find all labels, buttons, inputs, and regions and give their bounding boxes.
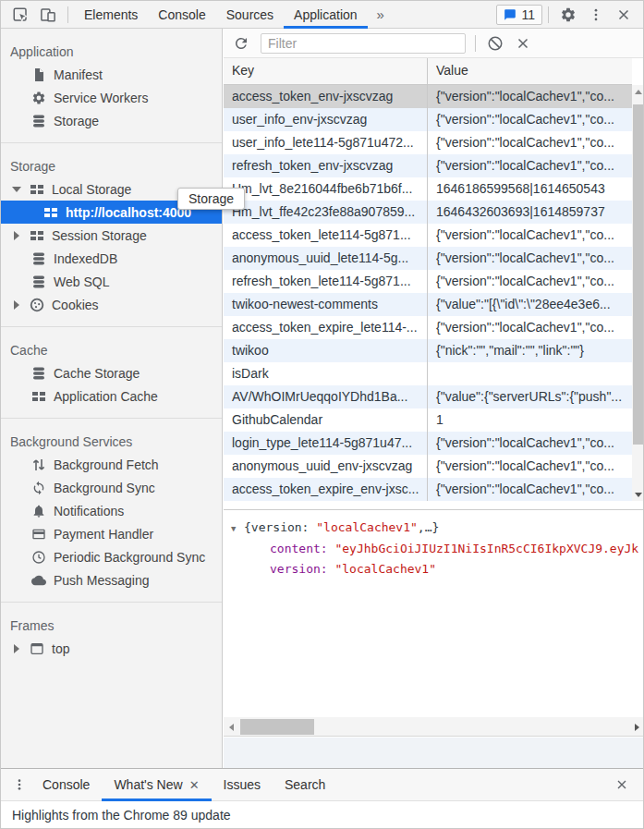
section-frames: Frames top <box>1 603 222 660</box>
tab-sources[interactable]: Sources <box>216 1 284 29</box>
sidebar-item-manifest[interactable]: Manifest <box>1 63 222 86</box>
inspect-element-button[interactable] <box>6 1 34 28</box>
clear-all-button[interactable] <box>481 30 509 56</box>
delete-selected-button[interactable] <box>509 30 537 56</box>
preview-object-summary[interactable]: ▼{version: "localCachev1",…} <box>231 518 644 539</box>
sidebar-item-push-messaging[interactable]: Push Messaging <box>1 568 222 591</box>
preview-summary-suffix: ,…} <box>418 520 439 534</box>
sidebar-item-label: Local Storage <box>52 182 131 197</box>
close-devtools-button[interactable] <box>610 1 638 28</box>
gear-icon <box>31 91 46 105</box>
sidebar-item-web-sql[interactable]: Web SQL <box>1 270 222 293</box>
scroll-left-arrow[interactable] <box>224 717 239 737</box>
scroll-right-arrow[interactable] <box>629 717 644 737</box>
table-row[interactable]: isDark <box>224 362 632 385</box>
row-value: {"version":"localCachev1","co... <box>428 270 632 293</box>
section-title-frames: Frames <box>1 615 222 637</box>
table-row[interactable]: Hm_lvt_ffe42c23fe88a907859...16464326036… <box>224 201 632 224</box>
chevron-right-icon[interactable] <box>11 299 22 311</box>
console-messages-badge[interactable]: 11 <box>496 5 542 25</box>
tab-elements[interactable]: Elements <box>74 1 148 29</box>
column-header-key[interactable]: Key <box>224 58 428 84</box>
table-row[interactable]: Hm_lvt_8e216044fbe6b71b6f...164618659956… <box>224 177 632 201</box>
preview-property-content[interactable]: content: "eyJhbGciOiJIUzI1NiIsInR5cCI6Ik… <box>231 539 644 559</box>
database-icon <box>31 274 46 289</box>
drawer-tab-console[interactable]: Console <box>30 769 102 801</box>
database-icon <box>31 251 46 266</box>
row-value: {"version":"localCachev1","co... <box>428 316 632 339</box>
sidebar-item-periodic-background-sync[interactable]: Periodic Background Sync <box>1 545 222 568</box>
sidebar-item-storage[interactable]: Storage <box>1 109 222 132</box>
clock-icon <box>31 550 46 565</box>
table-row[interactable]: login_type_lete114-5g871u47...{"version"… <box>224 432 632 455</box>
settings-button[interactable] <box>554 1 582 28</box>
close-whats-new-tab-icon[interactable]: ✕ <box>189 778 200 792</box>
sidebar-item-session-storage[interactable]: Session Storage <box>1 224 222 247</box>
table-row[interactable]: anonymous_uuid_lete114-5g...{"version":"… <box>224 247 632 270</box>
table-row[interactable]: access_token_expire_lete114-...{"version… <box>224 316 632 339</box>
toggle-device-toolbar-button[interactable] <box>34 1 62 28</box>
table-row[interactable]: GithubCalendar1 <box>224 408 632 432</box>
table-row[interactable]: access_token_expire_env-jxsc...{"version… <box>224 478 632 501</box>
table-row[interactable]: twikoo-newest-comments{"value":"[{\"id\"… <box>224 293 632 316</box>
refresh-button[interactable] <box>227 30 255 56</box>
chevron-down-icon[interactable] <box>11 184 22 195</box>
filter-input[interactable] <box>261 33 466 54</box>
sidebar-item-label: Cookies <box>52 298 99 312</box>
sidebar-item-service-workers[interactable]: Service Workers <box>1 86 222 109</box>
table-row[interactable]: refresh_token_env-jxscvzag{"version":"lo… <box>224 154 632 177</box>
sidebar-item-cookies[interactable]: Cookies <box>1 293 222 316</box>
scroll-up-arrow[interactable] <box>632 85 644 98</box>
preview-property-version[interactable]: version: "localCachev1" <box>231 559 644 579</box>
scroll-down-arrow[interactable] <box>632 488 644 501</box>
sidebar-item-indexeddb[interactable]: IndexedDB <box>1 247 222 270</box>
tab-application[interactable]: Application <box>284 1 368 29</box>
storage-items-toolbar <box>224 29 644 58</box>
panel-bottom-strip <box>224 738 644 768</box>
table-row[interactable]: AV/WhOIMrUeqqoIYDhd1Ba...{"value":{"serv… <box>224 385 632 408</box>
application-sidebar: Application Manifest Service Workers Sto… <box>1 29 223 768</box>
table-row[interactable]: access_token_env-jxscvzag{"version":"loc… <box>224 85 632 108</box>
close-drawer-button[interactable] <box>608 772 636 799</box>
table-icon <box>30 182 44 197</box>
sidebar-item-background-sync[interactable]: Background Sync <box>1 476 222 499</box>
chevron-right-icon[interactable] <box>11 643 22 654</box>
tab-console[interactable]: Console <box>148 1 215 29</box>
drawer-tab-whats-new[interactable]: What's New✕ <box>102 769 211 801</box>
row-value: {"version":"localCachev1","co... <box>428 247 632 270</box>
vertical-scrollbar[interactable] <box>632 85 644 501</box>
table-row[interactable]: user_info_env-jxscvzag{"version":"localC… <box>224 108 632 131</box>
table-row[interactable]: twikoo{"nick":"","mail":"","link":""} <box>224 339 632 362</box>
sidebar-item-label: Periodic Background Sync <box>54 550 205 565</box>
whats-new-headline[interactable]: Highlights from the Chrome 89 update <box>12 808 231 823</box>
devtools-menu-button[interactable] <box>582 1 610 28</box>
drawer-menu-button[interactable] <box>8 772 30 799</box>
table-row[interactable]: access_token_lete114-5g871...{"version":… <box>224 224 632 247</box>
table-row[interactable]: anonymous_uuid_env-jxscvzag{"version":"l… <box>224 455 632 478</box>
sidebar-item-frame-top[interactable]: top <box>1 637 222 660</box>
table-row[interactable]: refresh_token_lete114-5g871...{"version"… <box>224 270 632 293</box>
drawer-tab-search[interactable]: Search <box>273 769 337 801</box>
scrollbar-thumb[interactable] <box>240 719 314 735</box>
sidebar-item-notifications[interactable]: Notifications <box>1 499 222 522</box>
more-tabs-icon[interactable]: » <box>368 6 394 22</box>
sidebar-item-background-fetch[interactable]: Background Fetch <box>1 453 222 476</box>
scrollbar-thumb[interactable] <box>633 104 644 445</box>
row-key: AV/WhOIMrUeqqoIYDhd1Ba... <box>224 385 428 408</box>
row-value: {"version":"localCachev1","co... <box>428 108 632 131</box>
table-row[interactable]: user_info_lete114-5g871u472...{"version"… <box>224 131 632 154</box>
sidebar-item-payment-handler[interactable]: Payment Handler <box>1 522 222 545</box>
drawer-tab-issues[interactable]: Issues <box>212 769 273 801</box>
sidebar-item-label: Storage <box>54 114 99 128</box>
storage-tooltip: Storage <box>177 188 245 210</box>
database-icon <box>31 366 46 381</box>
sidebar-item-application-cache[interactable]: Application Cache <box>1 384 222 408</box>
expand-triangle-icon[interactable]: ▼ <box>231 518 244 539</box>
sidebar-item-cache-storage[interactable]: Cache Storage <box>1 361 222 384</box>
horizontal-scrollbar[interactable] <box>224 717 644 737</box>
section-title-background-services: Background Services <box>1 431 222 453</box>
column-header-value[interactable]: Value <box>428 58 632 84</box>
row-key: Hm_lvt_8e216044fbe6b71b6f... <box>224 177 428 201</box>
sidebar-item-label: Application Cache <box>54 389 158 404</box>
chevron-right-icon[interactable] <box>11 230 22 241</box>
